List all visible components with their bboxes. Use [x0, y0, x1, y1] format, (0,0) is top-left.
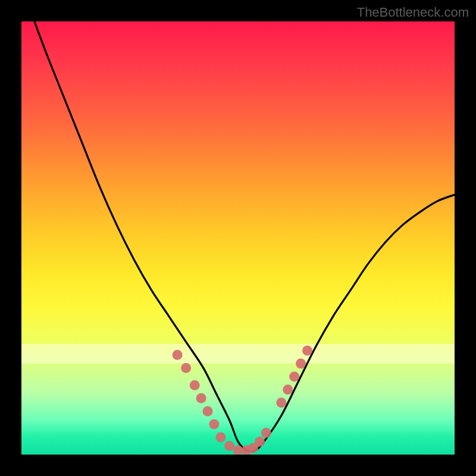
- highlight-dot: [261, 428, 271, 438]
- highlight-dot: [209, 419, 219, 430]
- bottleneck-curve: [35, 21, 455, 452]
- watermark-text: TheBottleneck.com: [357, 5, 469, 20]
- highlight-dot: [296, 359, 306, 369]
- highlight-dot: [255, 437, 265, 447]
- highlight-dot: [203, 406, 213, 416]
- highlight-dot: [196, 393, 206, 403]
- highlight-dot: [289, 371, 299, 381]
- highlight-dot: [224, 441, 234, 451]
- highlight-dot: [181, 363, 191, 373]
- highlight-dot: [276, 397, 286, 408]
- highlight-dot: [283, 384, 293, 394]
- highlight-dot: [302, 346, 312, 356]
- curve-layer: [21, 21, 455, 455]
- highlight-dot: [173, 350, 183, 360]
- highlight-dot: [190, 380, 200, 390]
- highlight-dot: [215, 432, 226, 442]
- plot-area: [21, 21, 455, 455]
- highlight-dots: [173, 346, 312, 455]
- chart-stage: TheBottleneck.com: [0, 0, 476, 476]
